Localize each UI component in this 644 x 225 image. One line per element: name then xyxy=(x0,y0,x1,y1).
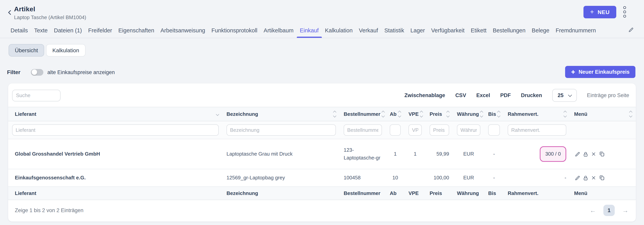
cell-rahmenvert: - xyxy=(504,169,570,187)
kebab-menu-icon[interactable] xyxy=(622,5,627,18)
cell-bestellnummer: 123-Laptoptasche-gr xyxy=(340,139,386,169)
column-header-bis[interactable]: Bis xyxy=(484,107,504,121)
cell-bezeichnung: 12569_gr-Laptopbag grey xyxy=(222,169,340,187)
export-excel-button[interactable]: Excel xyxy=(476,92,490,98)
toggle-label: alte Einkaufspreise anzeigen xyxy=(47,69,114,75)
tab-artikelbaum[interactable]: Artikelbaum xyxy=(264,23,294,38)
subtab-kalkulation[interactable]: Kalkulation xyxy=(46,44,85,56)
row-menu xyxy=(574,175,632,182)
lock-icon[interactable] xyxy=(582,151,589,157)
tab-einkauf[interactable]: Einkauf xyxy=(300,23,319,38)
sort-icon xyxy=(447,111,449,117)
article-purchase-page: Artikel Laptop Tasche (Artikel BM1004) +… xyxy=(0,0,644,225)
column-header-lieferant[interactable]: Lieferant xyxy=(8,107,222,121)
print-button[interactable]: Drucken xyxy=(521,92,542,98)
page-number-button[interactable]: 1 xyxy=(604,205,615,216)
cell-ab: 10 xyxy=(386,169,404,187)
delete-x-icon[interactable] xyxy=(590,151,597,157)
copy-icon[interactable] xyxy=(598,151,605,158)
neu-button-label: NEU xyxy=(598,9,610,15)
copy-icon[interactable] xyxy=(598,175,605,182)
tab-fremdnummern[interactable]: Fremdnummern xyxy=(556,23,596,38)
tab-bestellungen[interactable]: Bestellungen xyxy=(493,23,526,38)
footer-col-rahmenvert: Rahmenvert. xyxy=(504,187,570,200)
card-footer: Zeige 1 bis 2 von 2 Einträgen ← 1 → xyxy=(8,200,636,222)
tab-bar: Details Texte Dateien (1) Freifelder Eig… xyxy=(0,23,644,38)
cell-lieferant: Global Grosshandel Vertrieb GmbH xyxy=(8,139,222,169)
neu-button[interactable]: + NEU xyxy=(584,6,616,18)
filter-input-rahmenvert[interactable] xyxy=(508,124,566,136)
filter-input-bestellnummer[interactable] xyxy=(344,124,382,136)
tab-funktionsprotokoll[interactable]: Funktionsprotokoll xyxy=(212,23,257,38)
subtab-uebersicht[interactable]: Übersicht xyxy=(8,44,44,56)
export-csv-button[interactable]: CSV xyxy=(455,92,466,98)
rahmenvert-badge[interactable]: 300 / 0 xyxy=(540,146,566,162)
cell-waehrung: EUR xyxy=(453,169,484,187)
column-header-vpe[interactable]: VPE xyxy=(404,107,426,121)
column-header-ab[interactable]: Ab xyxy=(386,107,404,121)
tab-arbeitsanweisung[interactable]: Arbeitsanweisung xyxy=(160,23,205,38)
delete-x-icon[interactable] xyxy=(590,175,597,181)
filter-input-vpe[interactable] xyxy=(408,124,422,136)
sort-icon xyxy=(216,113,219,115)
table-filter-row xyxy=(8,121,636,139)
sort-icon xyxy=(564,111,566,117)
filter-input-bezeichnung[interactable] xyxy=(226,124,336,136)
footer-col-lieferant: Lieferant xyxy=(8,187,222,200)
page-subtitle: Laptop Tasche (Artikel BM1004) xyxy=(14,14,86,20)
footer-col-preis: Preis xyxy=(426,187,453,200)
tab-verkauf[interactable]: Verkauf xyxy=(359,23,378,38)
plus-icon: + xyxy=(590,9,594,14)
export-pdf-button[interactable]: PDF xyxy=(500,92,511,98)
tab-kalkulation[interactable]: Kalkulation xyxy=(325,23,353,38)
table-header-row: Lieferant Bezeichnung Bestellnummer Ab V… xyxy=(8,107,636,121)
tab-dateien[interactable]: Dateien (1) xyxy=(54,23,82,38)
pagination: ← 1 → xyxy=(589,205,629,216)
tab-texte[interactable]: Texte xyxy=(34,23,48,38)
sort-icon xyxy=(498,111,500,117)
filter-input-lieferant[interactable] xyxy=(12,124,219,136)
export-clipboard-button[interactable]: Zwischenablage xyxy=(404,92,445,98)
tab-details[interactable]: Details xyxy=(10,23,28,38)
cell-vpe xyxy=(404,169,426,187)
filter-input-waehrung[interactable] xyxy=(457,124,480,136)
tab-etikett[interactable]: Etikett xyxy=(471,23,486,38)
tab-belege[interactable]: Belege xyxy=(532,23,549,38)
cell-preis: 59,99 xyxy=(426,139,453,169)
prev-page-arrow-icon[interactable]: ← xyxy=(589,207,597,214)
purchase-prices-card: Zwischenablage CSV Excel PDF Drucken 25 … xyxy=(8,83,636,222)
search-input[interactable] xyxy=(12,89,60,101)
tab-lager[interactable]: Lager xyxy=(410,23,425,38)
sort-icon xyxy=(334,111,336,117)
next-page-arrow-icon[interactable]: → xyxy=(621,207,629,214)
filter-row: Filter alte Einkaufspreise anzeigen ✚ Ne… xyxy=(7,66,644,78)
edit-icon[interactable] xyxy=(574,175,581,181)
column-header-rahmenvert[interactable]: Rahmenvert. xyxy=(504,107,570,121)
edit-pencil-icon[interactable] xyxy=(627,26,635,33)
back-button[interactable] xyxy=(8,10,12,15)
lock-icon[interactable] xyxy=(582,175,589,181)
new-purchase-price-label: Neuer Einkaufspreis xyxy=(578,69,630,75)
footer-col-bis: Bis xyxy=(484,187,504,200)
tab-verfuegbarkeit[interactable]: Verfügbarkeit xyxy=(431,23,464,38)
cell-bestellnummer: 100458 xyxy=(340,169,386,187)
tab-statistik[interactable]: Statistik xyxy=(384,23,404,38)
new-purchase-price-button[interactable]: ✚ Neuer Einkaufspreis xyxy=(565,66,636,78)
footer-col-bezeichnung: Bezeichnung xyxy=(222,187,340,200)
footer-col-menue: Menü xyxy=(570,187,636,200)
filter-input-preis[interactable] xyxy=(430,124,449,136)
column-header-menue[interactable]: Menü xyxy=(570,107,636,121)
column-header-bestellnummer[interactable]: Bestellnummer xyxy=(340,107,386,121)
tab-freifelder[interactable]: Freifelder xyxy=(88,23,112,38)
column-header-preis[interactable]: Preis xyxy=(426,107,453,121)
edit-icon[interactable] xyxy=(574,151,581,157)
purchase-prices-table: Lieferant Bezeichnung Bestellnummer Ab V… xyxy=(8,107,636,200)
column-header-bezeichnung[interactable]: Bezeichnung xyxy=(222,107,340,121)
tab-eigenschaften[interactable]: Eigenschaften xyxy=(118,23,154,38)
page-title: Artikel xyxy=(14,5,86,13)
filter-input-bis[interactable] xyxy=(488,124,500,136)
filter-input-ab[interactable] xyxy=(390,124,401,136)
old-prices-toggle[interactable] xyxy=(31,69,43,75)
column-header-waehrung[interactable]: Währung xyxy=(453,107,484,121)
page-size-select[interactable]: 25 xyxy=(552,89,577,102)
